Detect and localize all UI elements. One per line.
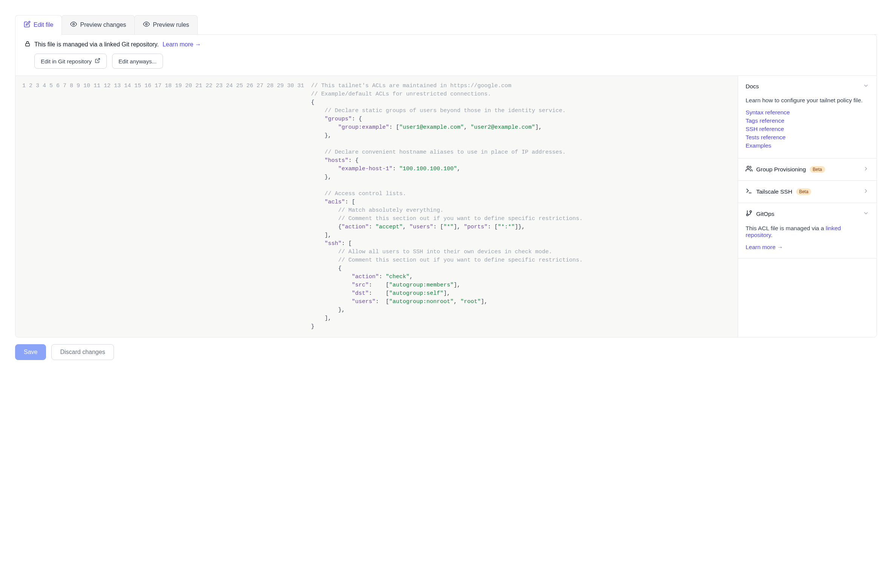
editor-panel: This file is managed via a linked Git re…: [15, 34, 877, 337]
docs-intro: Learn how to configure your tailnet poli…: [746, 97, 869, 104]
terminal-icon: [746, 188, 752, 196]
edit-anyways-button[interactable]: Edit anyways...: [112, 54, 163, 69]
external-link-icon: [95, 58, 100, 65]
editor-tabs: Edit file Preview changes Preview rules: [15, 15, 877, 35]
sidebar-header-docs[interactable]: Docs: [738, 76, 877, 97]
docs-link[interactable]: Examples: [746, 142, 771, 149]
code-editor[interactable]: 1 2 3 4 5 6 7 8 9 10 11 12 13 14 15 16 1…: [15, 76, 738, 337]
sidebar-header-tailscale-ssh[interactable]: Tailscale SSH Beta: [738, 181, 877, 203]
gitops-learn-more-link[interactable]: Learn more →: [746, 244, 783, 250]
chevron-right-icon: [863, 188, 869, 195]
chevron-down-icon: [863, 210, 869, 218]
tab-edit-file[interactable]: Edit file: [15, 15, 62, 34]
eye-icon: [70, 21, 77, 29]
git-branch-icon: [746, 210, 752, 218]
tab-label: Edit file: [34, 22, 53, 28]
svg-point-1: [146, 23, 148, 25]
users-icon: [746, 165, 752, 174]
docs-link-list: Syntax referenceTags referenceSSH refere…: [746, 109, 869, 149]
footer-actions: Save Discard changes: [15, 344, 877, 360]
tab-preview-changes[interactable]: Preview changes: [62, 15, 135, 34]
sidebar-section-tailscale-ssh: Tailscale SSH Beta: [738, 181, 877, 203]
chevron-right-icon: [863, 166, 869, 173]
docs-link[interactable]: SSH reference: [746, 126, 784, 132]
lock-icon: [25, 41, 31, 48]
sidebar-section-gitops: GitOps This ACL file is managed via a li…: [738, 203, 877, 259]
tab-label: Preview rules: [153, 22, 189, 28]
section-title: Docs: [746, 83, 759, 90]
discard-changes-button[interactable]: Discard changes: [51, 344, 114, 360]
git-managed-notice: This file is managed via a linked Git re…: [15, 35, 877, 75]
edit-icon: [24, 21, 31, 29]
notice-text: This file is managed via a linked Git re…: [34, 41, 159, 48]
svg-rect-2: [26, 43, 30, 46]
svg-point-4: [747, 166, 749, 168]
tab-preview-rules[interactable]: Preview rules: [134, 15, 198, 34]
section-title: Group Provisioning: [756, 166, 806, 173]
beta-badge: Beta: [796, 188, 812, 195]
save-button[interactable]: Save: [15, 344, 46, 360]
button-label: Edit anyways...: [118, 58, 157, 65]
docs-link[interactable]: Tags reference: [746, 117, 784, 124]
tab-label: Preview changes: [80, 22, 126, 28]
gitops-body: This ACL file is managed via a linked re…: [746, 225, 869, 239]
line-number-gutter: 1 2 3 4 5 6 7 8 9 10 11 12 13 14 15 16 1…: [15, 76, 308, 337]
chevron-down-icon: [863, 83, 869, 90]
edit-in-git-button[interactable]: Edit in Git repository: [34, 54, 107, 69]
beta-badge: Beta: [810, 166, 825, 173]
docs-sidebar: Docs Learn how to configure your tailnet…: [738, 76, 877, 337]
button-label: Edit in Git repository: [41, 58, 92, 65]
docs-link[interactable]: Tests reference: [746, 134, 786, 140]
sidebar-header-gitops[interactable]: GitOps: [738, 203, 877, 225]
section-title: GitOps: [756, 211, 774, 217]
learn-more-link[interactable]: Learn more →: [163, 41, 201, 48]
docs-link[interactable]: Syntax reference: [746, 109, 790, 115]
sidebar-section-group-provisioning: Group Provisioning Beta: [738, 159, 877, 181]
eye-icon: [143, 21, 150, 29]
section-title: Tailscale SSH: [756, 188, 792, 195]
sidebar-section-docs: Docs Learn how to configure your tailnet…: [738, 76, 877, 159]
sidebar-header-group-provisioning[interactable]: Group Provisioning Beta: [738, 159, 877, 180]
svg-line-3: [97, 58, 100, 61]
code-content[interactable]: // This tailnet's ACLs are maintained in…: [308, 76, 590, 337]
svg-point-0: [73, 23, 75, 25]
